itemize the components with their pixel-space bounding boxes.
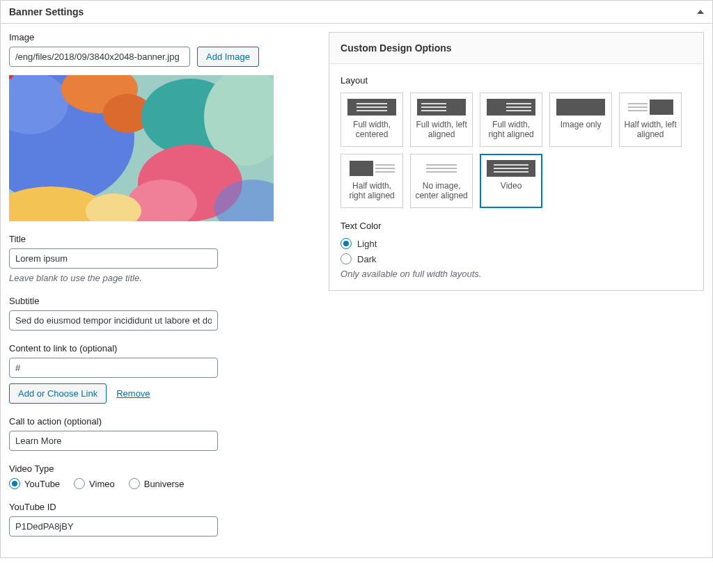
- video-type-label: Video Type: [9, 463, 315, 474]
- metabox-header: Banner Settings: [1, 1, 712, 24]
- text-color-hint: Only available on full width layouts.: [340, 269, 692, 279]
- metabox-body: Image Add Image: [1, 24, 712, 557]
- left-column: Image Add Image: [9, 32, 315, 549]
- cta-label: Call to action (optional): [9, 416, 315, 427]
- layout-grid: Full width, centered Full width, left al…: [340, 93, 692, 208]
- layout-half-right[interactable]: Half width, right aligned: [340, 154, 403, 208]
- link-label: Content to link to (optional): [9, 343, 315, 353]
- layout-label-text: Full width, centered: [353, 120, 391, 139]
- subtitle-label: Subtitle: [9, 296, 315, 306]
- layout-label-text: Full width, left aligned: [416, 120, 467, 139]
- collapse-icon[interactable]: [697, 10, 704, 14]
- banner-settings-metabox: Banner Settings Image Add Image: [0, 0, 713, 558]
- image-field: Image Add Image: [9, 32, 315, 221]
- text-color-light-label: Light: [357, 239, 377, 249]
- layout-full-centered[interactable]: Full width, centered: [340, 93, 403, 147]
- layout-full-right[interactable]: Full width, right aligned: [480, 93, 542, 147]
- image-preview: [9, 75, 274, 221]
- video-type-youtube-radio[interactable]: [9, 478, 20, 489]
- layout-label-text: Half width, right aligned: [349, 181, 394, 200]
- video-type-youtube[interactable]: YouTube: [9, 478, 60, 489]
- youtube-id-field: YouTube ID: [9, 502, 315, 537]
- right-column: Custom Design Options Layout Full width,…: [329, 32, 704, 549]
- image-path-input[interactable]: [9, 47, 190, 67]
- layout-label-text: Half width, left aligned: [624, 120, 676, 139]
- add-image-button[interactable]: Add Image: [197, 47, 259, 67]
- video-type-vimeo[interactable]: Vimeo: [74, 478, 115, 489]
- layout-label: Layout: [340, 75, 692, 86]
- link-input[interactable]: [9, 358, 218, 378]
- layout-image-only[interactable]: Image only: [549, 93, 612, 147]
- panel-title: Custom Design Options: [329, 33, 703, 64]
- text-color-label: Text Color: [340, 221, 692, 231]
- link-field: Content to link to (optional) Add or Cho…: [9, 343, 315, 404]
- image-label: Image: [9, 32, 315, 42]
- text-color-dark-label: Dark: [357, 254, 376, 264]
- layout-half-left[interactable]: Half width, left aligned: [619, 93, 682, 147]
- video-type-buniverse-radio[interactable]: [129, 478, 140, 489]
- video-type-field: Video Type YouTube Vimeo Buniverse: [9, 463, 315, 489]
- youtube-id-label: YouTube ID: [9, 502, 315, 512]
- custom-design-panel: Custom Design Options Layout Full width,…: [329, 32, 704, 291]
- title-field: Title Leave blank to use the page title.: [9, 234, 315, 283]
- cta-field: Call to action (optional): [9, 416, 315, 451]
- layout-video[interactable]: Video: [480, 154, 542, 208]
- layout-label-text: Full width, right aligned: [488, 120, 533, 139]
- layout-label-text: Image only: [561, 120, 602, 129]
- cta-input[interactable]: [9, 431, 218, 451]
- subtitle-field: Subtitle: [9, 296, 315, 331]
- youtube-id-input[interactable]: [9, 516, 218, 537]
- layout-full-left[interactable]: Full width, left aligned: [410, 93, 473, 147]
- remove-link[interactable]: Remove: [116, 388, 150, 399]
- video-type-vimeo-radio[interactable]: [74, 478, 85, 489]
- title-hint: Leave blank to use the page title.: [9, 273, 315, 283]
- video-type-buniverse[interactable]: Buniverse: [129, 478, 185, 489]
- layout-label-text: No image, center aligned: [415, 181, 467, 200]
- text-color-light-radio[interactable]: [340, 238, 352, 249]
- subtitle-input[interactable]: [9, 310, 218, 331]
- layout-no-image-center[interactable]: No image, center aligned: [410, 154, 473, 208]
- add-or-choose-link-button[interactable]: Add or Choose Link: [9, 383, 107, 404]
- metabox-title: Banner Settings: [9, 6, 84, 17]
- title-label: Title: [9, 234, 315, 244]
- text-color-dark-radio[interactable]: [340, 253, 352, 264]
- layout-label-text: Video: [501, 181, 522, 191]
- title-input[interactable]: [9, 248, 218, 269]
